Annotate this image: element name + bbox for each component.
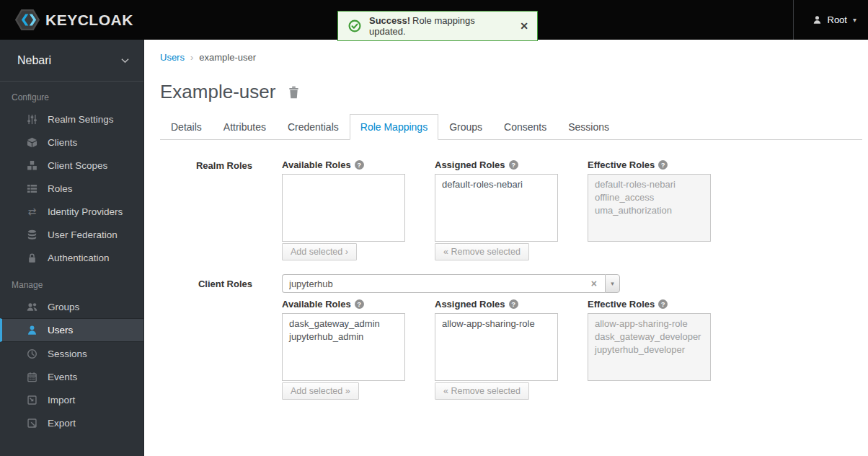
- realm-roles-section: Realm Roles Available Roles ? Add select…: [160, 159, 862, 260]
- client-roles-label: Client Roles: [160, 278, 252, 289]
- realm-effective-column: Effective Roles ? default-roles-nebari o…: [588, 159, 711, 242]
- calendar-icon: [26, 372, 38, 382]
- user-menu[interactable]: Root ▾: [793, 0, 868, 40]
- role-option[interactable]: jupyterhub_admin: [289, 330, 398, 343]
- role-option: default-roles-nebari: [595, 178, 704, 191]
- realm-effective-header: Effective Roles: [588, 159, 655, 170]
- tab-bar: Details Attributes Credentials Role Mapp…: [160, 114, 862, 140]
- sidebar-item-label: Realm Settings: [48, 114, 114, 125]
- client-available-column: Available Roles ? dask_gateway_admin jup…: [282, 299, 405, 400]
- sidebar-section-manage: Manage: [0, 269, 143, 295]
- realm-remove-selected-button[interactable]: « Remove selected: [435, 243, 529, 260]
- tab-consents[interactable]: Consents: [493, 114, 557, 140]
- sidebar-item-users[interactable]: Users: [0, 318, 143, 342]
- client-add-selected-button[interactable]: Add selected »: [282, 382, 359, 400]
- role-option[interactable]: default-roles-nebari: [442, 178, 551, 191]
- client-assigned-column: Assigned Roles ? allow-app-sharing-role …: [435, 299, 558, 400]
- client-remove-selected-button[interactable]: « Remove selected: [435, 382, 529, 400]
- sidebar: Nebari Configure Realm Settings Clients: [0, 40, 144, 456]
- users-icon: [26, 302, 38, 312]
- sidebar-item-label: Authentication: [48, 253, 110, 263]
- sidebar-item-label: Clients: [48, 137, 77, 148]
- keycloak-logo[interactable]: KEYCLOAK: [0, 9, 133, 31]
- sidebar-item-label: User Federation: [48, 229, 118, 240]
- role-option[interactable]: allow-app-sharing-role: [442, 317, 551, 330]
- realm-effective-listbox: default-roles-nebari offline_access uma_…: [588, 174, 711, 242]
- trash-icon[interactable]: [288, 86, 300, 99]
- realm-available-column: Available Roles ? Add selected ›: [282, 159, 405, 260]
- tab-sessions[interactable]: Sessions: [557, 114, 620, 140]
- role-option: jupyterhub_developer: [595, 343, 704, 356]
- chevron-down-icon: ▾: [853, 16, 856, 24]
- client-assigned-listbox[interactable]: allow-app-sharing-role: [435, 313, 558, 381]
- role-option[interactable]: dask_gateway_admin: [289, 317, 398, 330]
- clear-icon[interactable]: ×: [590, 279, 598, 289]
- tab-credentials[interactable]: Credentials: [277, 114, 350, 140]
- help-icon[interactable]: ?: [355, 299, 364, 309]
- client-effective-listbox: allow-app-sharing-role dask_gateway_deve…: [588, 313, 711, 381]
- alert-title: Success!: [369, 15, 410, 26]
- realm-available-header: Available Roles: [282, 159, 351, 170]
- combobox-dropdown-button[interactable]: ▾: [605, 274, 620, 293]
- sidebar-item-export[interactable]: Export: [0, 411, 143, 434]
- tab-attributes[interactable]: Attributes: [213, 114, 277, 140]
- sidebar-item-label: Sessions: [48, 348, 87, 359]
- sidebar-item-authentication[interactable]: Authentication: [0, 246, 143, 269]
- clock-icon: [26, 348, 38, 359]
- client-select-input[interactable]: [289, 279, 590, 289]
- sidebar-item-import[interactable]: Import: [0, 388, 143, 411]
- sidebar-item-identity-providers[interactable]: ⇄ Identity Providers: [0, 200, 143, 223]
- role-option: dask_gateway_developer: [595, 330, 704, 343]
- cubes-icon: [26, 160, 38, 171]
- cube-icon: [26, 137, 38, 148]
- tab-details[interactable]: Details: [160, 114, 213, 140]
- client-select-combobox[interactable]: × ▾: [282, 274, 620, 293]
- help-icon[interactable]: ?: [658, 299, 668, 309]
- realm-available-listbox[interactable]: [282, 174, 405, 242]
- role-mappings-form: Realm Roles Available Roles ? Add select…: [160, 159, 862, 400]
- main-content: Users›example-user Example-user Details …: [144, 40, 868, 456]
- sidebar-item-roles[interactable]: Roles: [0, 177, 143, 200]
- realm-roles-label: Realm Roles: [160, 159, 252, 171]
- sidebar-item-groups[interactable]: Groups: [0, 295, 143, 318]
- sidebar-item-label: Import: [48, 395, 75, 405]
- client-effective-header: Effective Roles: [588, 299, 655, 310]
- client-roles-select-row: Client Roles × ▾: [160, 274, 862, 293]
- chevron-down-icon: [121, 58, 129, 63]
- role-option: offline_access: [595, 191, 704, 204]
- sidebar-item-clients[interactable]: Clients: [0, 131, 143, 154]
- keycloak-hexagon-icon: [14, 9, 40, 31]
- sidebar-item-label: Export: [48, 418, 76, 429]
- success-alert: Success!Role mappings updated. ✕: [337, 11, 538, 41]
- sidebar-item-label: Groups: [48, 302, 79, 312]
- client-effective-column: Effective Roles ? allow-app-sharing-role…: [588, 299, 711, 381]
- sidebar-item-label: Users: [48, 325, 73, 336]
- user-icon: [26, 325, 38, 336]
- realm-selector[interactable]: Nebari: [0, 40, 143, 82]
- realm-add-selected-button[interactable]: Add selected ›: [282, 243, 357, 260]
- help-icon[interactable]: ?: [509, 160, 518, 170]
- breadcrumb-separator-icon: ›: [185, 52, 199, 63]
- client-roles-section: Available Roles ? dask_gateway_admin jup…: [160, 299, 862, 400]
- realm-assigned-listbox[interactable]: default-roles-nebari: [435, 174, 558, 242]
- import-icon: [26, 395, 38, 405]
- breadcrumb-current: example-user: [199, 52, 256, 63]
- alert-text: Success!Role mappings updated.: [369, 15, 512, 37]
- sidebar-item-client-scopes[interactable]: Client Scopes: [0, 154, 143, 177]
- realm-assigned-column: Assigned Roles ? default-roles-nebari « …: [435, 159, 558, 260]
- exchange-icon: ⇄: [26, 206, 38, 216]
- help-icon[interactable]: ?: [658, 160, 668, 170]
- tab-groups[interactable]: Groups: [438, 114, 493, 140]
- sidebar-item-realm-settings[interactable]: Realm Settings: [0, 108, 143, 131]
- sidebar-item-sessions[interactable]: Sessions: [0, 342, 143, 365]
- close-icon[interactable]: ✕: [520, 20, 528, 32]
- help-icon[interactable]: ?: [355, 160, 364, 170]
- realm-name: Nebari: [17, 54, 51, 67]
- user-menu-label: Root: [828, 14, 847, 25]
- sidebar-item-user-federation[interactable]: User Federation: [0, 223, 143, 246]
- sidebar-item-events[interactable]: Events: [0, 365, 143, 388]
- help-icon[interactable]: ?: [509, 299, 518, 309]
- tab-role-mappings[interactable]: Role Mappings: [350, 114, 438, 140]
- client-available-listbox[interactable]: dask_gateway_admin jupyterhub_admin: [282, 313, 405, 381]
- breadcrumb-users-link[interactable]: Users: [160, 52, 185, 63]
